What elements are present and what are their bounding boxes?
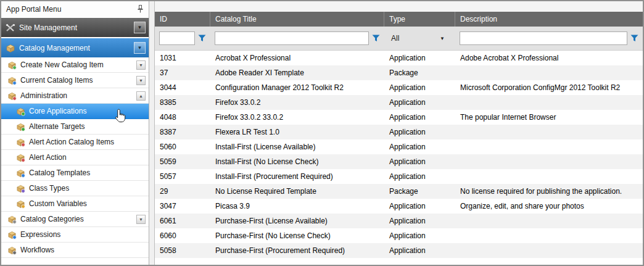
section-label: Catalog Management: [19, 44, 130, 52]
catalog-title-filter-input[interactable]: [215, 31, 369, 45]
cell-description: No license required for publishing the a…: [455, 184, 643, 199]
sidebar-item-class-types[interactable]: Class Types: [1, 181, 149, 196]
cell-id: 3047: [155, 199, 210, 214]
sidebar-item-current-catalog-items[interactable]: Current Catalog Items▼: [1, 73, 149, 88]
table-row[interactable]: 5057Install-First (Procurement Required)…: [155, 169, 643, 184]
sidebar-item-alert-action[interactable]: Alert Action: [1, 150, 149, 165]
sidebar-item-create-new-catalog-item[interactable]: Create New Catalog Item▼: [1, 57, 149, 73]
cell-id: 8387: [155, 125, 210, 139]
cell-title: Purchase-First (License Available): [210, 214, 384, 228]
cell-title: Picasa 3.9: [210, 199, 384, 214]
alert-action-icon: [16, 153, 25, 162]
cell-description: [455, 243, 643, 258]
administration-expand-button[interactable]: ▲: [136, 91, 146, 101]
description-filter-funnel-icon[interactable]: [630, 35, 638, 42]
sidebar-item-administration[interactable]: Administration▲: [1, 88, 149, 104]
table-row[interactable]: 5060Install-First (License Available)App…: [155, 139, 643, 154]
sidebar-panel: App Portal Menu Site Management ▼: [1, 1, 149, 265]
grid-body: 1031Acrobat X ProfessionalApplicationAdo…: [155, 51, 643, 265]
sidebar-item-catalog-templates[interactable]: Catalog Templates: [1, 165, 149, 181]
cell-title: Configuration Manager 2012 Toolkit R2: [210, 80, 384, 95]
cell-title: Flexera LR Test 1.0: [210, 125, 384, 139]
chevron-down-icon: ▼: [440, 36, 445, 41]
cell-description: [455, 95, 643, 110]
catalog-management-expand-button[interactable]: ▼: [134, 42, 146, 54]
site-management-expand-button[interactable]: ▼: [134, 22, 146, 33]
catalog-categories-expand-button[interactable]: ▼: [136, 215, 146, 224]
cell-type: Application: [384, 51, 455, 65]
table-row[interactable]: 4048Firefox 33.0.2 33.0.2ApplicationThe …: [155, 110, 643, 125]
cell-description: The popular Internet Browser: [455, 110, 643, 125]
cell-id: 29: [155, 184, 210, 199]
description-filter-cell: [455, 27, 643, 50]
cell-type: Package: [384, 184, 455, 199]
grid-filter-row: All ▼: [155, 27, 643, 51]
workflows-icon: [7, 246, 17, 255]
cell-type: Application: [384, 169, 455, 184]
sidebar-item-alert-action-catalog-items[interactable]: Alert Action Catalog Items: [1, 135, 149, 150]
description-filter-input[interactable]: [460, 31, 627, 45]
column-header-description[interactable]: Description: [455, 12, 643, 27]
catalog-grid: ID Catalog Title Type Description All: [154, 1, 643, 265]
sidebar-item-workflows[interactable]: Workflows: [1, 243, 149, 258]
cell-title: Install-First (License Available): [210, 139, 384, 154]
type-filter-dropdown[interactable]: All ▼: [389, 31, 451, 45]
sidebar-item-custom-variables[interactable]: Custom Variables: [1, 196, 149, 212]
table-row[interactable]: 1031Acrobat X ProfessionalApplicationAdo…: [155, 51, 643, 65]
id-filter-funnel-icon[interactable]: [198, 35, 206, 42]
column-header-id[interactable]: ID: [155, 12, 210, 27]
table-row[interactable]: 37Adobe Reader XI TemplatePackage: [155, 65, 643, 80]
create-new-catalog-item-expand-button[interactable]: ▼: [136, 60, 146, 70]
cell-description: [455, 139, 643, 154]
sidebar-item-label: Core Applications: [29, 107, 146, 115]
id-filter-input[interactable]: [159, 31, 195, 45]
pin-icon[interactable]: [137, 5, 144, 13]
cell-id: 5057: [155, 169, 210, 184]
table-row[interactable]: 8387Flexera LR Test 1.0Application: [155, 125, 643, 139]
sidebar-item-core-applications[interactable]: Core Applications: [1, 104, 149, 119]
cell-type: Application: [384, 228, 455, 243]
type-filter-value: All: [391, 34, 399, 43]
table-row[interactable]: 5059Install-First (No License Check)Appl…: [155, 154, 643, 169]
cell-description: [455, 169, 643, 184]
catalog-title-filter-funnel-icon[interactable]: [372, 35, 380, 42]
expressions-icon: [7, 230, 17, 239]
cell-id: 37: [155, 65, 210, 80]
sidebar-item-label: Alert Action: [29, 153, 146, 162]
cell-type: Application: [384, 154, 455, 169]
table-row[interactable]: 3047Picasa 3.9ApplicationOrganize, edit,…: [155, 199, 643, 214]
create-new-catalog-item-icon: [7, 60, 17, 70]
class-types-icon: [16, 184, 25, 193]
current-catalog-items-expand-button[interactable]: ▼: [136, 76, 146, 85]
cell-id: 4048: [155, 110, 210, 125]
table-row[interactable]: 3044Configuration Manager 2012 Toolkit R…: [155, 80, 643, 95]
sidebar-section-site-management[interactable]: Site Management ▼: [1, 18, 149, 37]
cell-id: 1031: [155, 51, 210, 65]
cell-title: Install-First (Procurement Required): [210, 169, 384, 184]
grid-header-row: ID Catalog Title Type Description: [155, 12, 643, 27]
cell-title: Purchase-First (No License Check): [210, 228, 384, 243]
sidebar-item-label: Expressions: [20, 230, 146, 239]
table-row[interactable]: 8385Firefox 33.0.2Application: [155, 95, 643, 110]
column-header-type[interactable]: Type: [384, 12, 455, 27]
sidebar-item-catalog-categories[interactable]: Catalog Categories▼: [1, 212, 149, 227]
column-header-catalog-title[interactable]: Catalog Title: [210, 12, 384, 27]
catalog-templates-icon: [16, 168, 25, 178]
table-row[interactable]: 6060Purchase-First (No License Check)App…: [155, 228, 643, 243]
cell-description: Microsoft Corporation ConfigMgr 2012 Too…: [455, 80, 643, 95]
cell-id: 3044: [155, 80, 210, 95]
cell-id: 6061: [155, 214, 210, 228]
alert-action-catalog-items-icon: [16, 138, 25, 147]
cell-description: [455, 214, 643, 228]
sidebar-item-alternate-targets[interactable]: Alternate Targets: [1, 119, 149, 135]
sidebar-item-label: Administration: [20, 91, 133, 100]
sidebar-section-catalog-management[interactable]: Catalog Management ▼: [1, 38, 149, 57]
table-row[interactable]: 6061Purchase-First (License Available)Ap…: [155, 214, 643, 228]
sidebar-splitter[interactable]: [149, 1, 154, 265]
sidebar-item-label: Alert Action Catalog Items: [29, 138, 146, 146]
table-row[interactable]: 29No License Required TemplatePackageNo …: [155, 184, 643, 199]
cell-title: Acrobat X Professional: [210, 51, 384, 65]
sidebar-item-expressions[interactable]: Expressions: [1, 227, 149, 243]
table-row[interactable]: 5058Purchase-First (Procurement Required…: [155, 243, 643, 258]
sidebar-tree: Create New Catalog Item▼Current Catalog …: [1, 57, 149, 258]
